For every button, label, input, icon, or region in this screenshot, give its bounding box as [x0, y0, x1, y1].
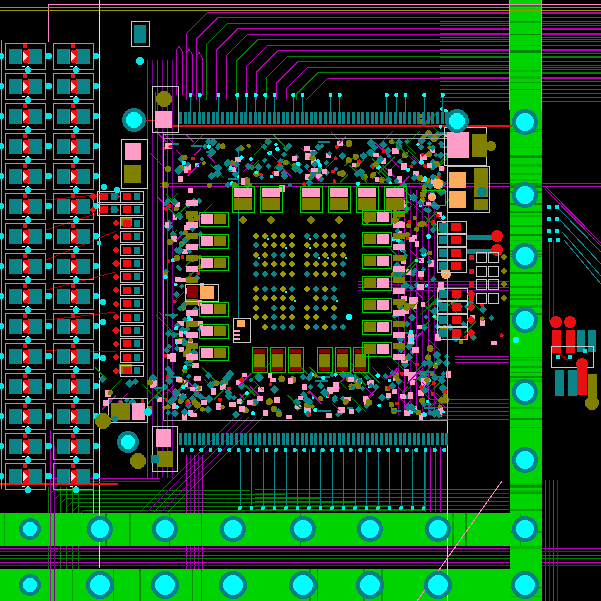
via[interactable]: [512, 109, 538, 135]
via[interactable]: [512, 182, 538, 208]
via[interactable]: [86, 571, 114, 599]
via[interactable]: [356, 571, 384, 599]
via[interactable]: [512, 307, 538, 333]
via[interactable]: [512, 447, 538, 473]
via[interactable]: [152, 516, 178, 542]
via[interactable]: [357, 516, 383, 542]
via[interactable]: [512, 516, 538, 542]
via[interactable]: [19, 574, 41, 596]
via[interactable]: [424, 571, 452, 599]
via[interactable]: [290, 516, 316, 542]
via[interactable]: [512, 243, 538, 269]
via[interactable]: [19, 518, 41, 540]
via[interactable]: [87, 516, 113, 542]
via[interactable]: [117, 431, 139, 453]
via[interactable]: [151, 571, 179, 599]
via[interactable]: [289, 571, 317, 599]
via[interactable]: [511, 571, 539, 599]
via[interactable]: [122, 108, 146, 132]
via[interactable]: [220, 516, 246, 542]
pcb-viewport: [0, 0, 601, 601]
via[interactable]: [512, 379, 538, 405]
via[interactable]: [445, 109, 469, 133]
via[interactable]: [219, 571, 247, 599]
via[interactable]: [425, 516, 451, 542]
pcb-canvas[interactable]: [0, 0, 601, 601]
